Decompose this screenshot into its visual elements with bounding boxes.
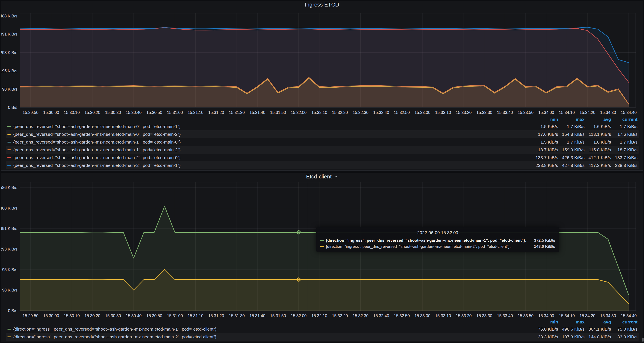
legend-value: 1.7 KiB/s bbox=[611, 124, 638, 129]
legend-value: 197.3 KiB/s bbox=[558, 334, 584, 339]
tooltip-series-value: 372.5 KiB/s bbox=[534, 238, 555, 243]
y-axis-label: 0 B/s bbox=[8, 308, 17, 313]
x-axis-label: 15:33:20 bbox=[456, 110, 472, 115]
x-axis-label: 15:33:00 bbox=[414, 313, 430, 318]
legend-series: {peer_dns_reversed="shoot--ash-garden--m… bbox=[7, 155, 532, 160]
x-axis-label: 15:34:10 bbox=[559, 110, 575, 115]
x-axis-label: 15:34:00 bbox=[538, 110, 554, 115]
x-axis-label: 15:30:40 bbox=[126, 313, 142, 318]
legend-value: 33.3 KiB/s bbox=[611, 334, 638, 339]
legend-sort-avg[interactable]: avg bbox=[584, 117, 611, 122]
x-axis-label: 15:33:50 bbox=[518, 313, 534, 318]
y-axis-label: 586 KiB/s bbox=[1, 185, 17, 190]
legend-series-label[interactable]: {peer_dns_reversed="shoot--ash-garden--m… bbox=[13, 147, 181, 152]
legend-row: {direction="ingress", peer_dns_reversed=… bbox=[6, 333, 639, 341]
legend-value: 1.7 KiB/s bbox=[558, 140, 584, 145]
x-axis-label: 15:31:30 bbox=[229, 110, 245, 115]
x-axis-label: 15:30:30 bbox=[105, 110, 121, 115]
series-color-swatch bbox=[7, 165, 11, 166]
x-axis-label: 15:33:20 bbox=[456, 313, 472, 318]
x-axis-label: 15:30:40 bbox=[126, 110, 142, 115]
x-axis-label: 15:30:10 bbox=[64, 110, 80, 115]
legend-series: {peer_dns_reversed="shoot--ash-garden--m… bbox=[7, 124, 532, 129]
legend-header-row: minmaxavgcurrent bbox=[6, 116, 639, 123]
scrollbar-thumb[interactable] bbox=[642, 337, 644, 342]
legend-value: 1.7 KiB/s bbox=[611, 140, 638, 145]
y-axis-label: 293 KiB/s bbox=[1, 247, 17, 251]
series-color-swatch bbox=[7, 134, 11, 135]
legend-table: minmaxavgcurrent{direction="ingress", pe… bbox=[6, 319, 639, 341]
panel-title[interactable]: Ingress ETCD bbox=[1, 1, 643, 8]
legend-value: 364.1 KiB/s bbox=[584, 326, 611, 332]
legend-sort-current[interactable]: current bbox=[611, 117, 638, 122]
legend-sort-max[interactable]: max bbox=[558, 117, 584, 122]
legend-value: 18.7 KiB/s bbox=[532, 147, 558, 152]
time-series-plot[interactable]: 0 B/s98 KiB/s195 KiB/s293 KiB/s391 KiB/s… bbox=[1, 8, 643, 116]
y-axis-label: 293 KiB/s bbox=[1, 50, 17, 55]
legend-value: 417.2 KiB/s bbox=[584, 163, 611, 168]
legend-series-label[interactable]: {direction="ingress", peer_dns_reversed=… bbox=[13, 326, 216, 332]
x-axis-label: 15:34:30 bbox=[600, 110, 616, 115]
x-axis-label: 15:32:10 bbox=[311, 110, 327, 115]
legend-series-label[interactable]: {direction="ingress", peer_dns_reversed=… bbox=[13, 334, 216, 339]
legend-series: {direction="ingress", peer_dns_reversed=… bbox=[7, 326, 532, 332]
x-axis-label: 15:30:00 bbox=[43, 110, 59, 115]
legend-series-label[interactable]: {peer_dns_reversed="shoot--ash-garden--m… bbox=[13, 163, 181, 168]
legend-series: {direction="ingress", peer_dns_reversed=… bbox=[7, 334, 532, 339]
panel-etcd-client: Etcd-client 0 B/s98 KiB/s195 KiB/s293 Ki… bbox=[1, 173, 643, 342]
panel-ingress-etcd: Ingress ETCD 0 B/s98 KiB/s195 KiB/s293 K… bbox=[1, 1, 643, 171]
legend-value: 1.7 KiB/s bbox=[558, 124, 584, 129]
legend-sort-min[interactable]: min bbox=[532, 319, 558, 324]
legend-value: 159.9 KiB/s bbox=[558, 147, 584, 152]
legend-row: {peer_dns_reversed="shoot--ash-garden--m… bbox=[6, 161, 639, 169]
x-axis-label: 15:34:30 bbox=[600, 313, 616, 318]
x-axis-label: 15:31:40 bbox=[250, 313, 266, 318]
x-axis-label: 15:32:00 bbox=[291, 110, 307, 115]
tooltip-series-row: {direction="ingress", peer_dns_reversed=… bbox=[320, 237, 555, 243]
legend-value: 17.6 KiB/s bbox=[611, 132, 638, 137]
x-axis-label: 15:29:50 bbox=[22, 313, 38, 318]
legend-series-label[interactable]: {peer_dns_reversed="shoot--ash-garden--m… bbox=[13, 140, 181, 145]
legend-sort-max[interactable]: max bbox=[558, 319, 584, 324]
x-axis-label: 15:33:10 bbox=[435, 313, 451, 318]
x-axis-label: 15:32:00 bbox=[291, 313, 307, 318]
tooltip-series-label: {direction="ingress", peer_dns_reversed=… bbox=[326, 238, 526, 243]
legend-sort-avg[interactable]: avg bbox=[584, 319, 611, 324]
x-axis-label: 15:32:20 bbox=[332, 110, 348, 115]
legend-value: 113.1 KiB/s bbox=[584, 132, 611, 137]
x-axis-label: 15:30:30 bbox=[105, 313, 121, 318]
legend-series: {peer_dns_reversed="shoot--ash-garden--m… bbox=[7, 140, 532, 145]
x-axis-label: 15:31:50 bbox=[270, 110, 286, 115]
legend-series: {peer_dns_reversed="shoot--ash-garden--m… bbox=[7, 132, 532, 137]
legend-value: 238.8 KiB/s bbox=[532, 163, 558, 168]
x-axis-label: 15:32:50 bbox=[394, 110, 410, 115]
legend-row: {peer_dns_reversed="shoot--ash-garden--m… bbox=[6, 154, 639, 161]
x-axis-label: 15:32:10 bbox=[311, 313, 327, 318]
legend-series-label[interactable]: {peer_dns_reversed="shoot--ash-garden--m… bbox=[13, 155, 181, 160]
legend-series-label[interactable]: {peer_dns_reversed="shoot--ash-garden--m… bbox=[13, 124, 181, 129]
legend-row: {peer_dns_reversed="shoot--ash-garden--m… bbox=[6, 146, 639, 154]
legend-value: 1.6 KiB/s bbox=[584, 140, 611, 145]
x-axis-label: 15:31:10 bbox=[188, 110, 204, 115]
x-axis-label: 15:31:20 bbox=[208, 110, 224, 115]
panel-title-text: Ingress ETCD bbox=[305, 2, 339, 8]
x-axis-label: 15:29:50 bbox=[22, 110, 38, 115]
legend-sort-current[interactable]: current bbox=[611, 319, 638, 324]
x-axis-label: 15:33:00 bbox=[414, 110, 430, 115]
y-axis-label: 98 KiB/s bbox=[2, 87, 17, 91]
series-color-swatch bbox=[7, 329, 11, 329]
panel-title[interactable]: Etcd-client bbox=[1, 173, 643, 180]
series-color-swatch bbox=[320, 246, 324, 247]
tooltip-series-label: {direction="ingress", peer_dns_reversed=… bbox=[326, 244, 526, 249]
legend-value: 1.5 KiB/s bbox=[532, 124, 558, 129]
legend-series-label[interactable]: {peer_dns_reversed="shoot--ash-garden--m… bbox=[13, 132, 181, 137]
legend-sort-min[interactable]: min bbox=[532, 117, 558, 122]
hover-point-marker bbox=[297, 231, 300, 234]
tooltip-timestamp: 2022-06-09 15:32:00 bbox=[320, 230, 555, 235]
y-axis-label: 0 B/s bbox=[8, 105, 17, 110]
x-axis-label: 15:33:30 bbox=[476, 110, 492, 115]
x-axis-label: 15:33:50 bbox=[518, 110, 534, 115]
x-axis-label: 15:32:40 bbox=[373, 313, 389, 318]
x-axis-label: 15:30:20 bbox=[84, 313, 100, 318]
legend-value: 154.8 KiB/s bbox=[558, 132, 584, 137]
